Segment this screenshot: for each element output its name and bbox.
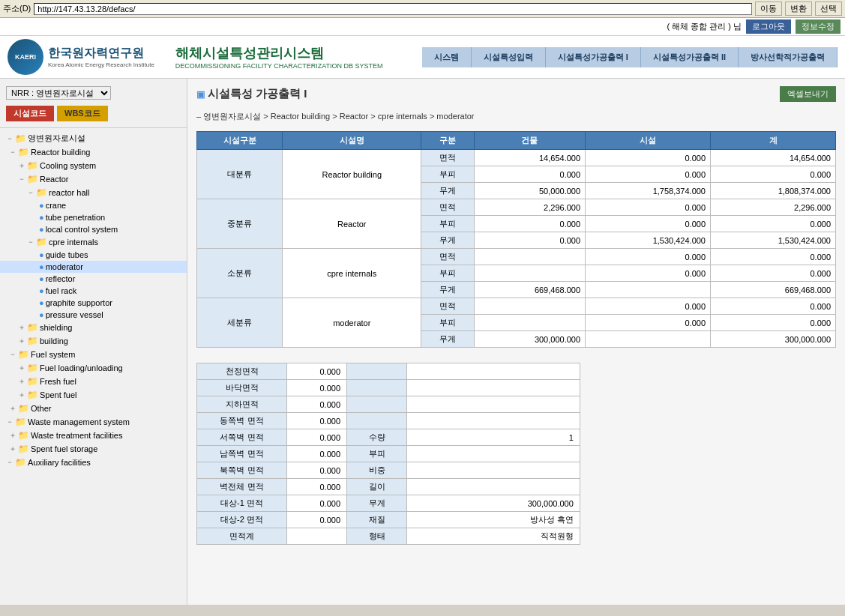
- table-cell-building: 50,000.000: [474, 183, 586, 199]
- nav-system[interactable]: 시스템: [422, 47, 472, 67]
- tree-label-youngbyon: 영변원자로시설: [28, 133, 85, 144]
- plus-icon6: ＋: [18, 390, 25, 400]
- sidebar-item-moderator[interactable]: ● moderator: [0, 261, 187, 273]
- sidebar-item-auxiliary[interactable]: － 📁 Auxiliary facilities: [0, 456, 187, 469]
- table-cell-total: 0.000: [711, 166, 836, 183]
- plus-icon: ＋: [18, 160, 25, 171]
- sidebar-item-crane[interactable]: ● crane: [0, 199, 187, 211]
- table-cell-facility-val: 0.000: [586, 150, 711, 166]
- table-cell-label: 면적: [421, 249, 474, 265]
- table-cell-label: 면적: [421, 298, 474, 315]
- excel-button[interactable]: 엑셀보내기: [780, 86, 836, 102]
- minus-icon: －: [6, 133, 13, 144]
- kaeri-name: 한국원자력연구원: [48, 46, 154, 61]
- nav-radiation[interactable]: 방사선학적가공출력: [739, 47, 838, 67]
- facility-code-btn[interactable]: 시설코드: [6, 106, 54, 121]
- sidebar-item-fresh-fuel[interactable]: ＋ 📁 Fresh fuel: [0, 375, 187, 388]
- sidebar-item-graphite[interactable]: ● graphite supportor: [0, 297, 187, 309]
- table-cell-type: 중분류: [197, 199, 283, 249]
- plus-icon4: ＋: [18, 363, 25, 373]
- table-cell-building: [474, 315, 586, 331]
- col-header-div: 구분: [421, 132, 474, 150]
- bottom-cell-right-label: 수량: [347, 429, 407, 446]
- nav-facility-input[interactable]: 시설특성입력: [472, 47, 546, 67]
- dot-icon5: ●: [39, 262, 44, 271]
- folder-icon8: 📁: [27, 336, 38, 346]
- sidebar-item-spent-fuel-storage[interactable]: ＋ 📁 Spent fuel storage: [0, 442, 187, 456]
- sidebar-item-other[interactable]: ＋ 📁 Other: [0, 402, 187, 415]
- table-cell-building: 0.000: [474, 216, 586, 232]
- folder-icon15: 📁: [18, 430, 29, 441]
- table-cell-facility-val: 1,758,374.000: [586, 183, 711, 199]
- sidebar-item-waste-mgmt[interactable]: － 📁 Waste management system: [0, 415, 187, 429]
- sidebar-item-fuel-loading[interactable]: ＋ 📁 Fuel loading/unloading: [0, 361, 187, 375]
- bottom-cell-right-label: 재질: [347, 512, 407, 528]
- tree-label-moderator: moderator: [46, 262, 83, 271]
- folder-icon5: 📁: [36, 187, 47, 198]
- bottom-cell-label: 서쪽벽 면적: [197, 429, 287, 446]
- kaeri-english: Korea Atomic Energy Research Institute: [48, 61, 154, 68]
- col-header-total: 계: [711, 132, 836, 150]
- tree-label-cooling: Cooling system: [40, 161, 96, 170]
- info-button[interactable]: 정보수정: [796, 19, 841, 34]
- table-cell-type: 대분류: [197, 150, 283, 199]
- table-cell-label: 무게: [421, 282, 474, 298]
- sidebar-item-tube-penetration[interactable]: ● tube penetration: [0, 211, 187, 223]
- tree-label-fresh-fuel: Fresh fuel: [40, 377, 76, 386]
- table-cell-label: 무게: [421, 183, 474, 199]
- sidebar-item-youngbyon[interactable]: － 📁 영변원자로시설: [0, 131, 187, 145]
- sidebar-item-waste-treatment[interactable]: ＋ 📁 Waste treatment facilities: [0, 429, 187, 442]
- nav-output2[interactable]: 시설특성가공출력 II: [641, 47, 739, 67]
- sidebar-item-guide-tubes[interactable]: ● guide tubes: [0, 249, 187, 261]
- sidebar-item-local-control[interactable]: ● local control system: [0, 223, 187, 235]
- folder-icon14: 📁: [15, 417, 26, 427]
- sidebar-item-reactor-building[interactable]: － 📁 Reactor building: [0, 145, 187, 159]
- sidebar-item-cooling[interactable]: ＋ 📁 Cooling system: [0, 159, 187, 172]
- table-cell-facility: cpre internals: [283, 249, 421, 298]
- bottom-cell-right-value: 300,000.000: [407, 495, 580, 512]
- sidebar-item-reactor-hall[interactable]: － 📁 reactor hall: [0, 186, 187, 199]
- bottom-cell-right-value: [407, 479, 580, 495]
- bottom-cell-right-value: [407, 413, 580, 429]
- navigate-btn[interactable]: 이동: [755, 1, 782, 16]
- bottom-cell-right-label: [347, 380, 407, 396]
- sidebar-item-reactor[interactable]: － 📁 Reactor: [0, 172, 187, 186]
- minus-icon3: －: [18, 174, 25, 184]
- table-cell-total: 0.000: [711, 216, 836, 232]
- sidebar-item-fuel-rack[interactable]: ● fuel rack: [0, 285, 187, 297]
- address-input[interactable]: [34, 3, 752, 15]
- top-nav: ( 해체 종합 관리 ) 님 로그아웃 정보수정: [0, 18, 845, 36]
- table-cell-building: [474, 249, 586, 265]
- sidebar-item-cpre[interactable]: － 📁 cpre internals: [0, 235, 187, 249]
- convert-btn[interactable]: 변환: [785, 1, 812, 16]
- logout-button[interactable]: 로그아웃: [746, 19, 791, 34]
- wbs-code-btn[interactable]: WBS코드: [57, 106, 108, 121]
- table-cell-label: 부피: [421, 315, 474, 331]
- kaeri-emblem: KAERI: [7, 39, 43, 75]
- bottom-cell-right-label: [347, 413, 407, 429]
- table-cell-total: 300,000.000: [711, 331, 836, 348]
- bottom-cell-right-value: [407, 380, 580, 396]
- sidebar-item-reflector[interactable]: ● reflector: [0, 273, 187, 285]
- plus-icon8: ＋: [9, 430, 16, 441]
- page-title-bar: 시설특성 가공출력 I 엑셀보내기: [196, 86, 836, 102]
- minus-icon7: －: [6, 417, 13, 427]
- sidebar-top: NRR : 영변원자로시설: [0, 83, 187, 103]
- sidebar-item-pressure-vessel[interactable]: ● pressure vessel: [0, 309, 187, 321]
- sidebar-item-building[interactable]: ＋ 📁 building: [0, 334, 187, 348]
- facility-dropdown[interactable]: NRR : 영변원자로시설: [6, 86, 111, 100]
- sidebar-item-fuel-system[interactable]: － 📁 Fuel system: [0, 348, 187, 361]
- sidebar-item-spent-fuel[interactable]: ＋ 📁 Spent fuel: [0, 388, 187, 402]
- bottom-cell-label: 동쪽벽 면적: [197, 413, 287, 429]
- table-cell-type: 소분류: [197, 249, 283, 298]
- folder-icon7: 📁: [27, 322, 38, 333]
- folder-icon10: 📁: [27, 363, 38, 373]
- select-btn[interactable]: 선택: [815, 1, 842, 16]
- sidebar-item-shielding[interactable]: ＋ 📁 shielding: [0, 321, 187, 334]
- nav-output1[interactable]: 시설특성가공출력 I: [546, 47, 641, 67]
- table-cell-building: 669,468.000: [474, 282, 586, 298]
- table-cell-label: 부피: [421, 216, 474, 232]
- page-title: 시설특성 가공출력 I: [196, 87, 307, 101]
- dot-icon8: ●: [39, 298, 44, 307]
- folder-icon6: 📁: [36, 237, 47, 247]
